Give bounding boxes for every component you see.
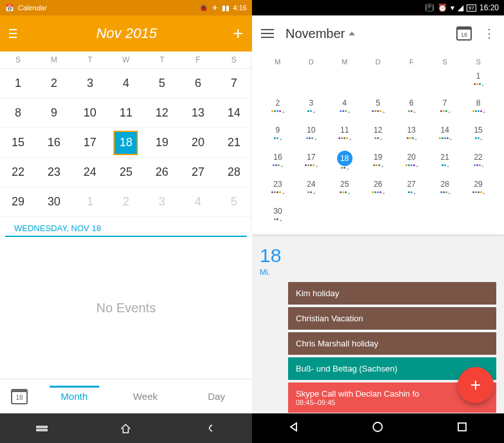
- view-tabs: 18 MonthWeekDay: [0, 379, 252, 413]
- menu-icon[interactable]: [9, 29, 21, 38]
- dow-cell: W: [108, 55, 144, 64]
- day-cell[interactable]: 4: [108, 69, 144, 99]
- day-cell[interactable]: 28+: [428, 178, 461, 201]
- day-cell[interactable]: 20: [180, 128, 216, 158]
- day-cell[interactable]: 11: [108, 99, 144, 128]
- day-cell[interactable]: 2+: [261, 97, 295, 120]
- day-cell[interactable]: 14: [216, 99, 252, 128]
- day-cell[interactable]: 19: [144, 128, 180, 158]
- day-cell[interactable]: 12: [144, 99, 180, 128]
- tab-month[interactable]: Month: [39, 391, 110, 402]
- event-item[interactable]: Chris Marshall holiday: [288, 332, 496, 355]
- day-cell[interactable]: 2: [108, 187, 144, 217]
- header-title[interactable]: November: [286, 26, 445, 41]
- android-navbar: [0, 413, 252, 443]
- day-cell[interactable]: 1+: [461, 70, 495, 93]
- day-cell[interactable]: 7+: [428, 97, 461, 120]
- event-item[interactable]: Kim holiday: [288, 282, 496, 305]
- tab-day[interactable]: Day: [181, 391, 252, 402]
- day-cell[interactable]: 17+: [295, 151, 328, 174]
- add-event-fab[interactable]: +: [458, 367, 494, 403]
- day-cell[interactable]: 12+: [362, 124, 395, 147]
- day-cell[interactable]: 15: [0, 128, 36, 158]
- day-cell[interactable]: 8+: [461, 97, 495, 120]
- day-cell[interactable]: 20+: [394, 151, 428, 174]
- day-cell[interactable]: 3: [144, 187, 180, 217]
- day-cell[interactable]: 29: [0, 187, 36, 217]
- day-cell[interactable]: 21: [216, 128, 252, 158]
- day-cell[interactable]: 6: [180, 69, 216, 99]
- day-cell[interactable]: 24+: [295, 178, 328, 201]
- day-cell[interactable]: 28: [216, 158, 252, 187]
- battery-icon: 97: [467, 5, 476, 12]
- day-cell[interactable]: 10+: [295, 124, 328, 147]
- day-cell[interactable]: 5: [216, 187, 252, 217]
- day-cell[interactable]: 1: [72, 187, 108, 217]
- day-cell[interactable]: 9+: [261, 124, 295, 147]
- day-cell[interactable]: 13+: [394, 124, 428, 147]
- day-cell[interactable]: 4+: [328, 97, 362, 120]
- recent-apps-button[interactable]: [35, 421, 49, 435]
- day-cell[interactable]: 3: [72, 69, 108, 99]
- day-cell[interactable]: 23: [36, 158, 72, 187]
- selected-day-label: 18 Mi.: [252, 234, 504, 282]
- day-cell[interactable]: 7: [216, 69, 252, 99]
- day-cell[interactable]: 13: [180, 99, 216, 128]
- day-cell[interactable]: 3+: [295, 97, 328, 120]
- day-cell[interactable]: 30+: [261, 205, 295, 228]
- menu-icon[interactable]: [261, 29, 274, 38]
- day-cell[interactable]: 24: [72, 158, 108, 187]
- event-item[interactable]: Christian Vacation: [288, 307, 496, 330]
- phone-right: 📳 ⏰ ▾ ◢ 97 16:20 November 18 ⋮ MDMDFSS 1…: [252, 0, 504, 443]
- day-cell[interactable]: 11+: [328, 124, 362, 147]
- day-cell[interactable]: 9: [36, 99, 72, 128]
- tab-week[interactable]: Week: [110, 391, 180, 402]
- day-cell[interactable]: 16: [36, 128, 72, 158]
- day-cell[interactable]: 25+: [328, 178, 362, 201]
- day-cell[interactable]: 29+: [461, 178, 495, 201]
- day-cell[interactable]: 18: [108, 128, 144, 158]
- day-cell[interactable]: 27+: [394, 178, 428, 201]
- dropdown-icon: [349, 32, 355, 35]
- day-cell[interactable]: 19+: [362, 151, 395, 174]
- day-cell[interactable]: 16+: [261, 151, 295, 174]
- day-cell[interactable]: 22: [0, 158, 36, 187]
- status-time: 16:20: [480, 3, 499, 12]
- day-cell[interactable]: 1: [0, 69, 36, 99]
- day-cell[interactable]: 26: [144, 158, 180, 187]
- day-cell[interactable]: 14+: [428, 124, 461, 147]
- day-cell[interactable]: 5: [144, 69, 180, 99]
- home-button[interactable]: [371, 420, 385, 437]
- day-cell[interactable]: 2: [36, 69, 72, 99]
- today-button[interactable]: 18: [0, 389, 39, 404]
- day-cell[interactable]: 17: [72, 128, 108, 158]
- home-button[interactable]: [119, 421, 133, 435]
- back-button[interactable]: [203, 421, 217, 435]
- status-app-name: Calendar: [18, 4, 47, 12]
- day-cell[interactable]: 8: [0, 99, 36, 128]
- day-cell[interactable]: 23+: [261, 178, 295, 201]
- day-headers: MDMDFSS: [261, 52, 495, 70]
- add-event-button[interactable]: +: [233, 23, 243, 44]
- day-cell[interactable]: 4: [180, 187, 216, 217]
- day-cell[interactable]: 22+: [461, 151, 495, 174]
- day-cell[interactable]: 6+: [394, 97, 428, 120]
- back-button[interactable]: [287, 420, 301, 437]
- month-grid: 1+2+3+4+5+6+7+8+9+10+11+12+13+14+15+16+1…: [261, 70, 495, 228]
- day-cell[interactable]: 21+: [428, 151, 461, 174]
- day-cell[interactable]: 10: [72, 99, 108, 128]
- day-cell[interactable]: 26+: [362, 178, 395, 201]
- day-cell[interactable]: 5+: [362, 97, 395, 120]
- day-cell[interactable]: 30: [36, 187, 72, 217]
- header-title[interactable]: Nov 2015: [21, 25, 233, 42]
- today-button[interactable]: 18: [456, 26, 472, 41]
- overflow-menu-icon[interactable]: ⋮: [483, 26, 495, 41]
- day-cell[interactable]: 15+: [461, 124, 495, 147]
- signal-icon: ◢: [458, 3, 463, 12]
- day-cell[interactable]: 25: [108, 158, 144, 187]
- day-cell[interactable]: 27: [180, 158, 216, 187]
- day-cell[interactable]: 18+: [328, 151, 362, 174]
- status-bar: 📅 Calendar 🐞 ✈ ▮▮ 4:16: [0, 0, 252, 15]
- dow-cell: S: [0, 55, 36, 64]
- recent-apps-button[interactable]: [455, 420, 469, 437]
